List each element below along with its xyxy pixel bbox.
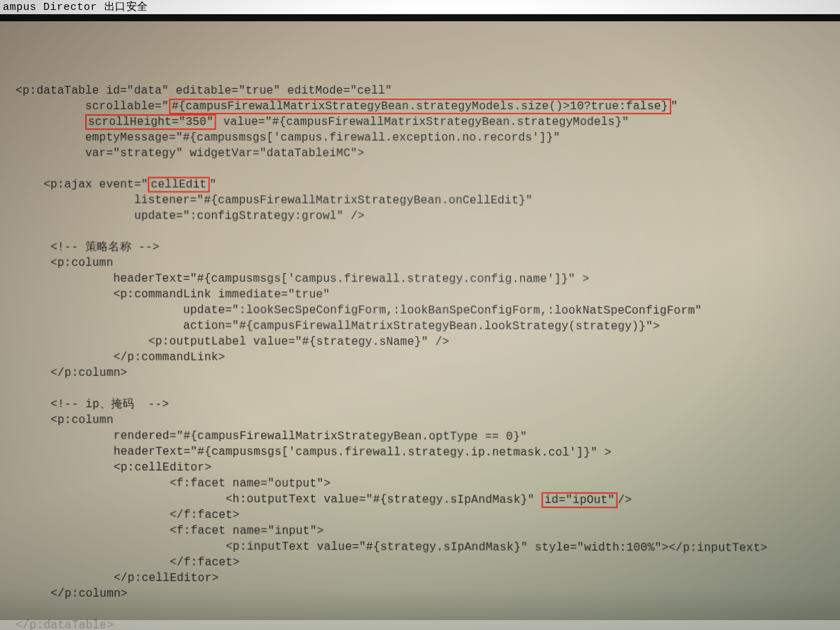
- code-line: </p:commandLink>: [16, 350, 225, 364]
- highlight-celledit: cellEdit: [148, 177, 210, 192]
- code-line: </f:facet>: [16, 556, 240, 569]
- titlebar-text: ampus Director 出口安全: [3, 1, 148, 13]
- code-line: scrollable=": [16, 100, 169, 113]
- code-line: update=":lookSecSpeConfigForm,:lookBanSp…: [16, 304, 702, 317]
- code-line: </p:cellEditor>: [16, 571, 219, 585]
- highlight-scrollheight: scrollHeight="350": [85, 114, 216, 130]
- code-line: <p:dataTable id="data" editable="true" e…: [16, 84, 392, 97]
- window-titlebar-fragment: ampus Director 出口安全: [0, 0, 840, 14]
- code-line: <f:facet name="input">: [16, 524, 324, 537]
- code-line: <p:ajax event=": [16, 178, 148, 191]
- code-line: </f:facet>: [16, 508, 240, 521]
- code-line: ": [209, 178, 216, 191]
- code-line: <p:column: [16, 257, 114, 270]
- code-line: rendered="#{campusFirewallMatrixStrategy…: [16, 429, 527, 443]
- highlight-scrollable-expr: #{campusFirewallMatrixStrategyBean.strat…: [169, 99, 671, 114]
- code-line: <!-- ip、掩码 -->: [16, 398, 169, 411]
- code-line: <p:cellEditor>: [16, 461, 211, 475]
- code-line: <h:outputText value="#{strategy.sIpAndMa…: [16, 492, 541, 507]
- code-line: ": [671, 100, 678, 113]
- code-line: update=":configStrategy:growl" />: [16, 209, 365, 222]
- bottom-ui-strip: [0, 620, 840, 630]
- code-line: />: [618, 494, 632, 507]
- code-line: action="#{campusFirewallMatrixStrategyBe…: [16, 319, 660, 333]
- code-line: <p:commandLink immediate="true": [16, 288, 330, 302]
- code-line: [16, 116, 85, 128]
- code-line: <p:outputLabel value="#{strategy.sName}"…: [16, 335, 449, 348]
- code-line: headerText="#{campusmsgs['campus.firewal…: [16, 272, 590, 286]
- dark-strip: [0, 14, 840, 21]
- code-line: headerText="#{campusmsgs['campus.firewal…: [16, 445, 612, 459]
- code-line: listener="#{campusFirewallMatrixStrategy…: [16, 194, 533, 207]
- code-line: var="strategy" widgetVar="dataTableiMC">: [16, 147, 365, 160]
- code-line: <p:column: [16, 414, 114, 426]
- code-line: </p:column>: [16, 366, 128, 379]
- code-line: value="#{campusFirewallMatrixStrategyBea…: [216, 116, 629, 128]
- code-block: <p:dataTable id="data" editable="true" e…: [16, 67, 768, 630]
- highlight-id-ipout: id="ipOut": [541, 492, 617, 509]
- code-line: <!-- 策略名称 -->: [16, 241, 160, 253]
- code-line: <p:inputText value="#{strategy.sIpAndMas…: [16, 540, 768, 555]
- code-line: <f:facet name="output">: [16, 477, 331, 490]
- code-line: emptyMessage="#{campusmsgs['campus.firew…: [16, 131, 560, 144]
